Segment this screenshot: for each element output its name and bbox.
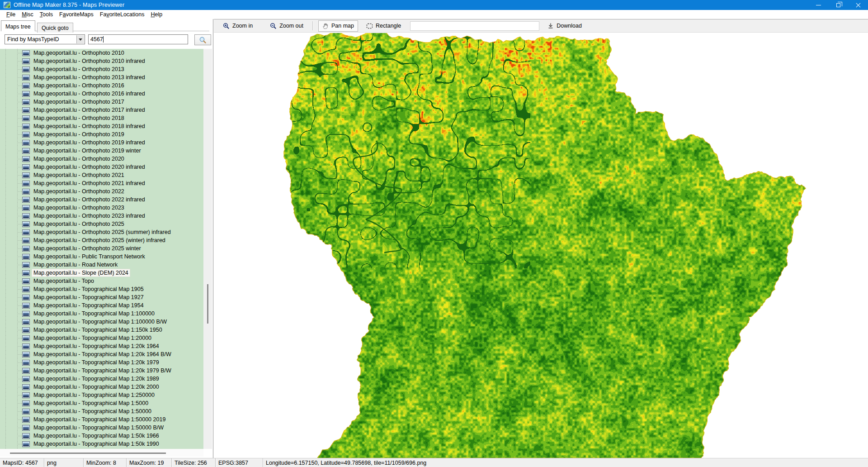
- tree-row[interactable]: Map.geoportail.lu - Orthophoto 2023: [0, 204, 203, 212]
- tree-row[interactable]: Map.geoportail.lu - Road Network: [0, 261, 203, 269]
- tree-row[interactable]: Map.geoportail.lu - Topographical Map 1:…: [0, 326, 203, 334]
- tree-row-label: Map.geoportail.lu - Topographical Map 1:…: [32, 432, 160, 439]
- tree-row[interactable]: Map.geoportail.lu - Topographical Map 1:…: [0, 399, 203, 407]
- map-thumbnail-icon: [22, 376, 30, 382]
- horizontal-scrollbar[interactable]: [0, 449, 203, 457]
- tree-connector: [17, 330, 22, 330]
- map-thumbnail-icon: [22, 50, 30, 56]
- tree-row[interactable]: Map.geoportail.lu - Topographical Map 1:…: [0, 375, 203, 383]
- search-mode-select[interactable]: Find by MapsTypeID: [5, 34, 85, 44]
- tree-row[interactable]: Map.geoportail.lu - Topographical Map 1:…: [0, 424, 203, 432]
- tree-row[interactable]: Map.geoportail.lu - Orthophoto 2010: [0, 49, 203, 57]
- tree-row[interactable]: Map.geoportail.lu - Topographical Map 1:…: [0, 367, 203, 375]
- tree-row[interactable]: Map.geoportail.lu - Orthophoto 2019 wint…: [0, 147, 203, 155]
- menu-item-tools[interactable]: Tools: [37, 10, 56, 19]
- tree-row[interactable]: Map.geoportail.lu - Public Transport Net…: [0, 253, 203, 261]
- map-canvas[interactable]: [214, 33, 868, 458]
- restore-button[interactable]: [828, 0, 848, 10]
- tab-maps-tree[interactable]: Maps tree: [1, 20, 35, 31]
- tree-row[interactable]: Map.geoportail.lu - Orthophoto 2013 infr…: [0, 73, 203, 81]
- zoom-in-button[interactable]: Zoom in: [219, 21, 256, 31]
- tree-connector: [17, 297, 22, 298]
- tree-row[interactable]: Map.geoportail.lu - Orthophoto 2010 infr…: [0, 57, 203, 65]
- tree-connector: [17, 86, 22, 86]
- zoom-out-button[interactable]: Zoom out: [266, 21, 307, 31]
- vertical-scrollbar-thumb[interactable]: [207, 284, 208, 324]
- minimize-button[interactable]: [808, 0, 828, 10]
- menu-item-help[interactable]: Help: [147, 10, 165, 19]
- vertical-scrollbar[interactable]: [203, 49, 212, 449]
- tree-row[interactable]: Map.geoportail.lu - Orthophoto 2022: [0, 187, 203, 195]
- left-panel: Maps tree Quick goto Find by MapsTypeID: [0, 19, 213, 458]
- tree-connector: [17, 151, 22, 151]
- tree-row[interactable]: Map.geoportail.lu - Topographical Map 1:…: [0, 342, 203, 350]
- tab-quick-goto[interactable]: Quick goto: [37, 23, 73, 33]
- download-label: Download: [557, 23, 582, 29]
- tree-connector: [17, 289, 22, 290]
- tree-row[interactable]: Map.geoportail.lu - Topographical Map 1:…: [0, 310, 203, 318]
- tree-connector: [17, 94, 22, 94]
- map-thumbnail-icon: [22, 343, 30, 349]
- tree-connector: [17, 419, 22, 420]
- tree-row[interactable]: Map.geoportail.lu - Orthophoto 2020: [0, 155, 203, 163]
- map-thumbnail-icon: [22, 164, 30, 170]
- menu-item-favoritelocations[interactable]: FavoriteLocations: [97, 10, 148, 19]
- tree-row[interactable]: Map.geoportail.lu - Topographical Map 1:…: [0, 432, 203, 440]
- tree-row[interactable]: Map.geoportail.lu - Topographical Map 1:…: [0, 350, 203, 358]
- map-thumbnail-icon: [22, 156, 30, 162]
- tree-row[interactable]: Map.geoportail.lu - Topographical Map 1:…: [0, 358, 203, 367]
- tree-connector: [17, 183, 22, 184]
- tree-row-label: Map.geoportail.lu - Topographical Map 1:…: [32, 400, 150, 407]
- tree-row[interactable]: Map.geoportail.lu - Orthophoto 2020 infr…: [0, 163, 203, 171]
- menu-item-misc[interactable]: Misc: [19, 10, 37, 19]
- close-button[interactable]: [848, 0, 868, 10]
- tree-row[interactable]: Map.geoportail.lu - Orthophoto 2017: [0, 98, 203, 106]
- tree-connector: [17, 110, 22, 110]
- tree-row-label: Map.geoportail.lu - Topographical Map 1:…: [32, 326, 164, 334]
- tree-row[interactable]: Map.geoportail.lu - Topographical Map 19…: [0, 293, 203, 301]
- tree-connector: [17, 61, 22, 62]
- tree-row[interactable]: Map.geoportail.lu - Orthophoto 2016 infr…: [0, 90, 203, 98]
- tree-row[interactable]: Map.geoportail.lu - Orthophoto 2025 wint…: [0, 244, 203, 253]
- tree-row[interactable]: Map.geoportail.lu - Topographical Map 1:…: [0, 440, 203, 448]
- app-window: Offline Map Maker 8.375 - Maps Previewer…: [0, 0, 868, 467]
- tree-row[interactable]: Map.geoportail.lu - Topo: [0, 277, 203, 285]
- tree-row[interactable]: Map.geoportail.lu - Topographical Map 1:…: [0, 407, 203, 415]
- tree-row-label: Map.geoportail.lu - Orthophoto 2018: [32, 114, 126, 122]
- tree-row[interactable]: Map.geoportail.lu - Orthophoto 2019: [0, 130, 203, 138]
- tree-row[interactable]: Map.geoportail.lu - Orthophoto 2013: [0, 65, 203, 73]
- tree-row[interactable]: Map.geoportail.lu - Topographical Map 1:…: [0, 415, 203, 424]
- tree-row[interactable]: Map.geoportail.lu - Topographical Map 19…: [0, 285, 203, 293]
- rectangle-toggle[interactable]: Rectangle: [363, 21, 405, 31]
- tree-row[interactable]: Map.geoportail.lu - Topographical Map 1:…: [0, 391, 203, 399]
- tree-row[interactable]: Map.geoportail.lu - Topographical Map 1:…: [0, 318, 203, 326]
- tree-row[interactable]: Map.geoportail.lu - Orthophoto 2021 infr…: [0, 179, 203, 187]
- tree-row[interactable]: Map.geoportail.lu - Orthophoto 2025 (win…: [0, 236, 203, 244]
- tree-row[interactable]: Map.geoportail.lu - Topographical Map 19…: [0, 301, 203, 310]
- tree-row[interactable]: Map.geoportail.lu - Slope (DEM) 2024: [0, 269, 203, 277]
- tree-row[interactable]: Map.geoportail.lu - Orthophoto 2018 infr…: [0, 122, 203, 130]
- pan-map-toggle[interactable]: Pan map: [318, 20, 358, 32]
- coordinate-input[interactable]: [410, 21, 539, 31]
- tree-row[interactable]: Map.geoportail.lu - Orthophoto 2021: [0, 171, 203, 179]
- tree-row[interactable]: Map.geoportail.lu - Orthophoto 2016: [0, 81, 203, 90]
- status-maxzoom: MaxZoom: 19: [127, 458, 172, 467]
- tree-row[interactable]: Map.geoportail.lu - Topographical Map 1:…: [0, 383, 203, 391]
- map-thumbnail-icon: [22, 132, 30, 138]
- combo-dropdown-button[interactable]: [76, 35, 84, 43]
- tree-row[interactable]: Map.geoportail.lu - Orthophoto 2025 (sum…: [0, 228, 203, 236]
- horizontal-scrollbar-thumb[interactable]: [10, 453, 166, 454]
- tree-row[interactable]: Map.geoportail.lu - Orthophoto 2017 infr…: [0, 106, 203, 114]
- tree-connector: [17, 379, 22, 379]
- tree-row[interactable]: Map.geoportail.lu - Orthophoto 2025: [0, 220, 203, 228]
- tree-row[interactable]: Map.geoportail.lu - Topographical Map 1:…: [0, 334, 203, 342]
- search-button[interactable]: [194, 34, 211, 45]
- tree-row[interactable]: Map.geoportail.lu - Orthophoto 2023 infr…: [0, 212, 203, 220]
- menu-item-file[interactable]: File: [3, 10, 19, 19]
- tree-row-label: Map.geoportail.lu - Orthophoto 2023 infr…: [32, 212, 146, 219]
- menu-item-favoritemaps[interactable]: FavoriteMaps: [56, 10, 97, 19]
- tree-row[interactable]: Map.geoportail.lu - Orthophoto 2019 infr…: [0, 138, 203, 147]
- download-button[interactable]: Download: [544, 21, 585, 31]
- tree-row[interactable]: Map.geoportail.lu - Orthophoto 2018: [0, 114, 203, 122]
- tree-row[interactable]: Map.geoportail.lu - Orthophoto 2022 infr…: [0, 195, 203, 204]
